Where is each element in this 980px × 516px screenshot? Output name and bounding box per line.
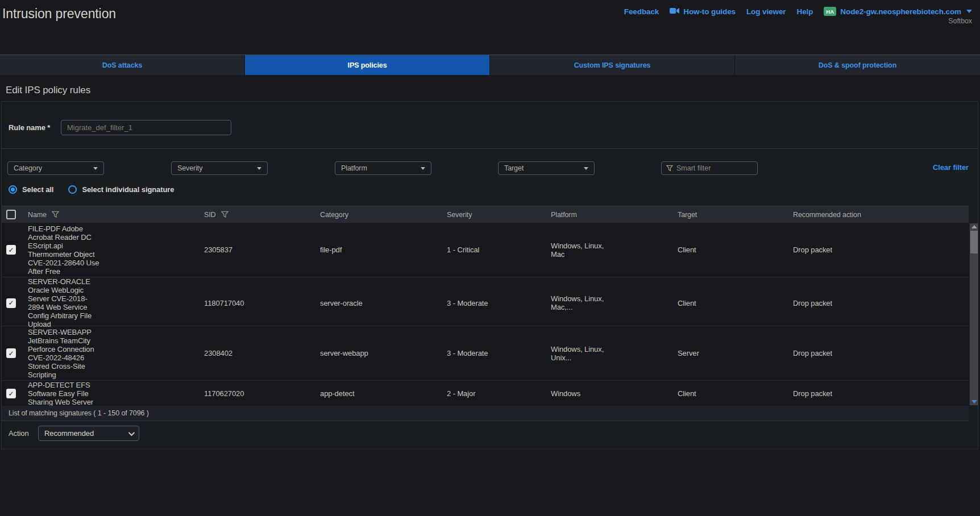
table-row[interactable]: ✓ SERVER-ORACLE Oracle WebLogic Server C… bbox=[2, 277, 969, 326]
signature-recommended-action: Drop packet bbox=[793, 299, 969, 307]
appliance-menu[interactable]: HA Node2-gw.neospherebiotech.com bbox=[824, 7, 972, 16]
name-filter-funnel-icon[interactable] bbox=[52, 211, 59, 218]
tab-custom-ips-signatures[interactable]: Custom IPS signatures bbox=[490, 55, 735, 75]
brand-label: Softbox bbox=[948, 17, 972, 25]
signature-sid: 2305837 bbox=[204, 245, 320, 254]
signature-severity: 3 - Moderate bbox=[447, 349, 551, 357]
action-select[interactable]: Recommended bbox=[38, 426, 139, 441]
howto-guides-label: How-to guides bbox=[683, 7, 736, 16]
divider bbox=[2, 148, 978, 149]
column-sid: SID bbox=[204, 211, 216, 219]
scrollbar-thumb[interactable] bbox=[970, 231, 978, 253]
signature-name: SERVER-ORACLE Oracle WebLogic Server CVE… bbox=[23, 277, 103, 328]
help-label: Help bbox=[797, 7, 813, 16]
column-recommended-action: Recommended action bbox=[793, 211, 861, 219]
radio-selected-icon bbox=[9, 185, 17, 194]
signature-platform: Windows bbox=[551, 389, 607, 398]
signature-sid: 2308402 bbox=[204, 349, 320, 357]
tab-ips-policies[interactable]: IPS policies bbox=[245, 55, 490, 75]
chevron-down-icon bbox=[93, 167, 98, 170]
signature-category: app-detect bbox=[320, 389, 447, 398]
signature-sid: 1170627020 bbox=[204, 389, 320, 398]
top-bar: Intrusion prevention Feedback How-to gui… bbox=[0, 0, 980, 55]
tab-dos-spoof-protection[interactable]: DoS & spoof protection bbox=[735, 55, 980, 75]
column-target: Target bbox=[678, 211, 697, 219]
signature-target: Server bbox=[678, 349, 793, 357]
chevron-down-icon bbox=[966, 10, 972, 13]
severity-filter-dropdown[interactable]: Severity bbox=[171, 161, 268, 175]
edit-ips-policy-panel: Rule name * Category Severity Platform T… bbox=[1, 101, 978, 450]
tab-bar: DoS attacks IPS policies Custom IPS sign… bbox=[0, 55, 980, 75]
table-row[interactable]: ✓ APP-DETECT EFS Software Easy File Shar… bbox=[2, 381, 969, 406]
severity-filter-label: Severity bbox=[177, 164, 202, 172]
row-checkbox[interactable]: ✓ bbox=[6, 348, 16, 358]
rule-name-label: Rule name * bbox=[9, 123, 54, 132]
signature-sid: 1180717040 bbox=[204, 299, 320, 307]
select-individual-signature-option[interactable]: Select individual signature bbox=[68, 185, 174, 194]
top-nav: Feedback How-to guides Log viewer Help H… bbox=[624, 7, 972, 16]
select-all-checkbox[interactable] bbox=[6, 210, 16, 219]
signature-name: APP-DETECT EFS Software Easy File Sharin… bbox=[23, 381, 103, 406]
signature-severity: 3 - Moderate bbox=[447, 299, 551, 307]
chevron-down-icon bbox=[421, 167, 425, 170]
rule-name-row: Rule name * bbox=[9, 119, 231, 136]
signature-platform: Windows, Linux, Unix... bbox=[551, 345, 607, 362]
rule-name-input[interactable] bbox=[61, 120, 231, 135]
section-title: Edit IPS policy rules bbox=[6, 85, 90, 96]
row-checkbox[interactable]: ✓ bbox=[6, 389, 16, 398]
signature-recommended-action: Drop packet bbox=[793, 349, 969, 357]
platform-filter-dropdown[interactable]: Platform bbox=[335, 161, 431, 175]
signature-target: Client bbox=[678, 245, 793, 254]
action-select-value: Recommended bbox=[44, 429, 94, 438]
action-label: Action bbox=[9, 429, 30, 438]
table-scrollbar[interactable] bbox=[970, 223, 978, 405]
column-category: Category bbox=[320, 211, 348, 219]
filter-row: Category Severity Platform Target Clear … bbox=[2, 161, 978, 176]
feedback-link[interactable]: Feedback bbox=[624, 7, 659, 16]
smart-filter-input[interactable] bbox=[676, 164, 753, 172]
select-all-option[interactable]: Select all bbox=[9, 185, 53, 194]
log-viewer-label: Log viewer bbox=[746, 7, 786, 16]
howto-guides-link[interactable]: How-to guides bbox=[670, 7, 736, 16]
target-filter-dropdown[interactable]: Target bbox=[498, 161, 595, 175]
signature-category: server-oracle bbox=[320, 299, 447, 307]
table-row[interactable]: ✓ SERVER-WEBAPP JetBrains TeamCity Perfo… bbox=[2, 326, 969, 381]
signature-platform: Windows, Linux, Mac bbox=[551, 242, 607, 259]
intrusion-prevention-page: Intrusion prevention Feedback How-to gui… bbox=[0, 0, 980, 516]
filter-funnel-icon bbox=[666, 165, 673, 172]
row-checkbox[interactable]: ✓ bbox=[6, 298, 16, 308]
clear-filter-link[interactable]: Clear filter bbox=[933, 163, 969, 172]
page-title: Intrusion prevention bbox=[2, 6, 116, 22]
select-all-label: Select all bbox=[22, 185, 53, 194]
tab-dos-attacks[interactable]: DoS attacks bbox=[0, 55, 245, 75]
signature-recommended-action: Drop packet bbox=[793, 245, 969, 254]
ha-badge: HA bbox=[824, 7, 836, 16]
row-checkbox[interactable]: ✓ bbox=[6, 245, 16, 255]
help-link[interactable]: Help bbox=[797, 7, 813, 16]
signature-recommended-action: Drop packet bbox=[793, 389, 969, 398]
appliance-hostname: Node2-gw.neospherebiotech.com bbox=[840, 7, 961, 16]
column-platform: Platform bbox=[551, 211, 577, 219]
signature-severity: 1 - Critical bbox=[447, 245, 551, 254]
category-filter-label: Category bbox=[14, 164, 42, 172]
target-filter-label: Target bbox=[504, 164, 524, 172]
log-viewer-link[interactable]: Log viewer bbox=[746, 7, 786, 16]
chevron-down-icon bbox=[584, 167, 588, 170]
radio-unselected-icon bbox=[68, 185, 77, 194]
smart-filter-box bbox=[661, 161, 758, 175]
matching-signatures-count: List of matching signatures ( 1 - 150 of… bbox=[9, 409, 149, 417]
category-filter-dropdown[interactable]: Category bbox=[7, 161, 104, 175]
signature-severity: 2 - Major bbox=[447, 389, 551, 398]
scroll-down-icon[interactable] bbox=[971, 400, 977, 403]
table-row[interactable]: ✓ FILE-PDF Adobe Acrobat Reader DC EScri… bbox=[2, 223, 969, 277]
sid-filter-funnel-icon[interactable] bbox=[221, 211, 229, 218]
signature-name: SERVER-WEBAPP JetBrains TeamCity Perforc… bbox=[23, 328, 103, 379]
signature-category: file-pdf bbox=[320, 245, 447, 254]
signature-name: FILE-PDF Adobe Acrobat Reader DC EScript… bbox=[23, 224, 103, 276]
table-header: Name SID Category Severity Platform Targ… bbox=[2, 206, 969, 223]
scroll-up-icon[interactable] bbox=[971, 225, 977, 228]
chevron-down-icon bbox=[128, 429, 135, 435]
signature-target: Client bbox=[678, 389, 793, 398]
signature-platform: Windows, Linux, Mac,... bbox=[551, 294, 607, 311]
platform-filter-label: Platform bbox=[341, 164, 367, 172]
